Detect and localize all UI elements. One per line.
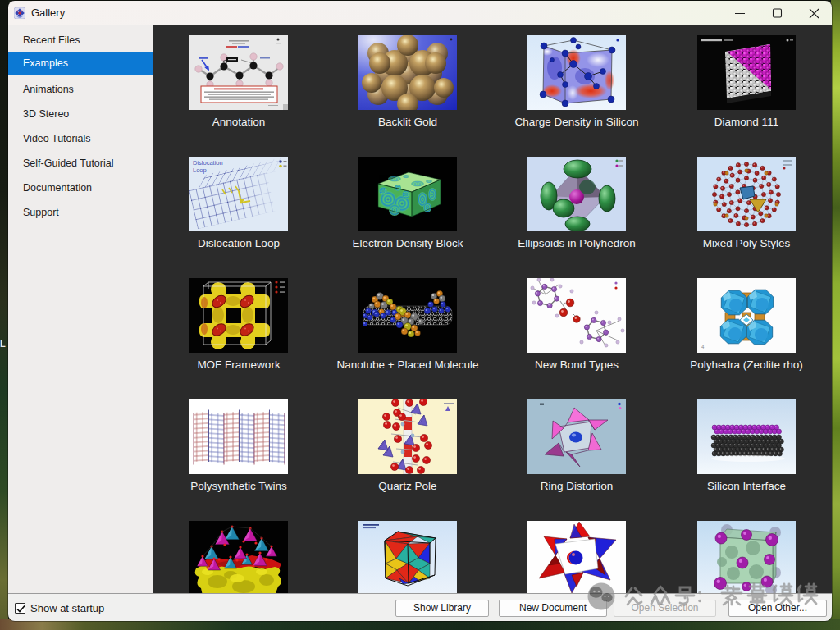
svg-text:Dislocation: Dislocation	[193, 159, 223, 167]
svg-text:Loop: Loop	[193, 167, 207, 174]
